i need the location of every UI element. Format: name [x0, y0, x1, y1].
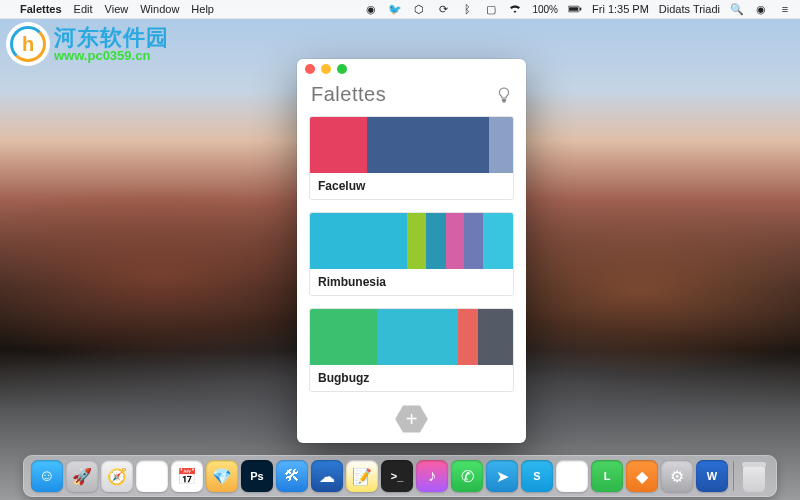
dock-itunes[interactable]: ♪: [416, 460, 448, 492]
palette-card[interactable]: Rimbunesia: [309, 212, 514, 296]
dock-sourcetree[interactable]: ☁: [311, 460, 343, 492]
svg-rect-1: [569, 7, 578, 11]
palette-swatches: [310, 309, 513, 365]
swatch[interactable]: [426, 213, 446, 269]
swatch[interactable]: [458, 309, 478, 365]
dock-line[interactable]: L: [591, 460, 623, 492]
menubar: Falettes Edit View Window Help ◉ 🐦 ⬡ ⟳ ᛒ…: [0, 0, 800, 19]
swatch[interactable]: [483, 213, 513, 269]
dock-separator: [733, 461, 734, 491]
user-name[interactable]: Didats Triadi: [659, 3, 720, 15]
dock-calendar[interactable]: 📅: [171, 460, 203, 492]
dock-prefs[interactable]: ⚙: [661, 460, 693, 492]
palette-name: Faceluw: [310, 173, 513, 199]
palette-name: Bugbugz: [310, 365, 513, 391]
dock-sketch[interactable]: 💎: [206, 460, 238, 492]
window-titlebar[interactable]: [297, 59, 526, 79]
watermark-url: www.pc0359.cn: [54, 49, 169, 62]
dock-trash[interactable]: [739, 460, 769, 492]
wifi-icon[interactable]: [508, 2, 522, 16]
app-menu[interactable]: Falettes: [20, 3, 62, 15]
notifications-icon[interactable]: ≡: [778, 2, 792, 16]
menu-help[interactable]: Help: [191, 3, 214, 15]
swatch[interactable]: [367, 117, 489, 173]
battery-icon[interactable]: [568, 2, 582, 16]
watermark: h 河东软件园 www.pc0359.cn: [6, 22, 169, 66]
dock-photoshop[interactable]: Ps: [241, 460, 273, 492]
menuextra-dot-icon[interactable]: ◉: [364, 2, 378, 16]
dock-whatsapp[interactable]: ✆: [451, 460, 483, 492]
dock: ☺🚀🧭◉📅💎Ps🛠☁📝>_♪✆➤S✱L◆⚙W: [23, 455, 777, 497]
menu-window[interactable]: Window: [140, 3, 179, 15]
palette-card[interactable]: Bugbugz: [309, 308, 514, 392]
minimize-icon[interactable]: [321, 64, 331, 74]
swatch[interactable]: [464, 213, 482, 269]
airplay-icon[interactable]: ▢: [484, 2, 498, 16]
palette-list: FaceluwRimbunesiaBugbugz: [297, 116, 526, 392]
bluetooth-icon[interactable]: ᛒ: [460, 2, 474, 16]
watermark-logo: h: [6, 22, 50, 66]
menu-edit[interactable]: Edit: [74, 3, 93, 15]
dock-finder[interactable]: ☺: [31, 460, 63, 492]
swatch[interactable]: [310, 117, 367, 173]
siri-icon[interactable]: ◉: [754, 2, 768, 16]
zoom-icon[interactable]: [337, 64, 347, 74]
dock-terminal[interactable]: >_: [381, 460, 413, 492]
palette-name: Rimbunesia: [310, 269, 513, 295]
dropbox-icon[interactable]: ⬡: [412, 2, 426, 16]
palette-swatches: [310, 213, 513, 269]
sync-icon[interactable]: ⟳: [436, 2, 450, 16]
spotlight-icon[interactable]: 🔍: [730, 2, 744, 16]
dock-slack[interactable]: ✱: [556, 460, 588, 492]
swatch[interactable]: [310, 309, 377, 365]
clock[interactable]: Fri 1:35 PM: [592, 3, 649, 15]
dock-cornerstone[interactable]: ◆: [626, 460, 658, 492]
dock-telegram[interactable]: ➤: [486, 460, 518, 492]
add-palette-button[interactable]: +: [395, 404, 429, 434]
swatch[interactable]: [489, 117, 513, 173]
palette-card[interactable]: Faceluw: [309, 116, 514, 200]
battery-percent[interactable]: 100%: [532, 4, 558, 15]
lightbulb-icon[interactable]: [496, 87, 512, 103]
dock-launchpad[interactable]: 🚀: [66, 460, 98, 492]
dock-xcode[interactable]: 🛠: [276, 460, 308, 492]
dock-safari[interactable]: 🧭: [101, 460, 133, 492]
palette-swatches: [310, 117, 513, 173]
svg-rect-2: [580, 8, 581, 11]
falettes-window: Falettes FaceluwRimbunesiaBugbugz +: [297, 59, 526, 443]
swatch[interactable]: [446, 213, 464, 269]
swatch[interactable]: [377, 309, 458, 365]
swatch[interactable]: [478, 309, 513, 365]
dock-chrome[interactable]: ◉: [136, 460, 168, 492]
dock-skype[interactable]: S: [521, 460, 553, 492]
close-icon[interactable]: [305, 64, 315, 74]
app-title: Falettes: [311, 83, 386, 106]
desktop: Falettes Edit View Window Help ◉ 🐦 ⬡ ⟳ ᛒ…: [0, 0, 800, 500]
swatch[interactable]: [310, 213, 407, 269]
twitter-icon[interactable]: 🐦: [388, 2, 402, 16]
swatch[interactable]: [407, 213, 425, 269]
dock-word[interactable]: W: [696, 460, 728, 492]
watermark-title: 河东软件园: [54, 27, 169, 49]
menu-view[interactable]: View: [105, 3, 129, 15]
dock-notes[interactable]: 📝: [346, 460, 378, 492]
